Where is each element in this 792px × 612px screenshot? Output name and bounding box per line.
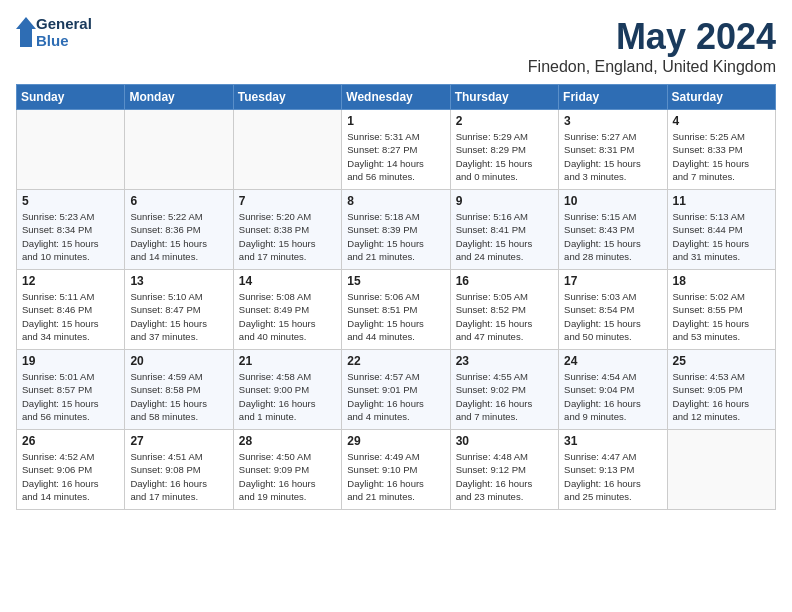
cell-info: Sunrise: 5:20 AM Sunset: 8:38 PM Dayligh… <box>239 210 336 263</box>
day-number: 19 <box>22 354 119 368</box>
day-number: 6 <box>130 194 227 208</box>
cell-info: Sunrise: 5:29 AM Sunset: 8:29 PM Dayligh… <box>456 130 553 183</box>
cell-info: Sunrise: 5:15 AM Sunset: 8:43 PM Dayligh… <box>564 210 661 263</box>
day-number: 14 <box>239 274 336 288</box>
day-number: 8 <box>347 194 444 208</box>
weekday-header: Thursday <box>450 85 558 110</box>
weekday-header: Monday <box>125 85 233 110</box>
cell-info: Sunrise: 5:13 AM Sunset: 8:44 PM Dayligh… <box>673 210 770 263</box>
calendar-cell: 11Sunrise: 5:13 AM Sunset: 8:44 PM Dayli… <box>667 190 775 270</box>
calendar-cell: 29Sunrise: 4:49 AM Sunset: 9:10 PM Dayli… <box>342 430 450 510</box>
calendar-week-row: 26Sunrise: 4:52 AM Sunset: 9:06 PM Dayli… <box>17 430 776 510</box>
cell-info: Sunrise: 4:50 AM Sunset: 9:09 PM Dayligh… <box>239 450 336 503</box>
cell-info: Sunrise: 4:48 AM Sunset: 9:12 PM Dayligh… <box>456 450 553 503</box>
title-block: May 2024 Finedon, England, United Kingdo… <box>528 16 776 76</box>
day-number: 2 <box>456 114 553 128</box>
cell-info: Sunrise: 5:25 AM Sunset: 8:33 PM Dayligh… <box>673 130 770 183</box>
calendar-cell: 10Sunrise: 5:15 AM Sunset: 8:43 PM Dayli… <box>559 190 667 270</box>
calendar-cell: 8Sunrise: 5:18 AM Sunset: 8:39 PM Daylig… <box>342 190 450 270</box>
day-number: 29 <box>347 434 444 448</box>
cell-info: Sunrise: 5:27 AM Sunset: 8:31 PM Dayligh… <box>564 130 661 183</box>
day-number: 26 <box>22 434 119 448</box>
cell-info: Sunrise: 4:49 AM Sunset: 9:10 PM Dayligh… <box>347 450 444 503</box>
cell-info: Sunrise: 4:57 AM Sunset: 9:01 PM Dayligh… <box>347 370 444 423</box>
day-number: 30 <box>456 434 553 448</box>
cell-info: Sunrise: 5:18 AM Sunset: 8:39 PM Dayligh… <box>347 210 444 263</box>
day-number: 20 <box>130 354 227 368</box>
day-number: 1 <box>347 114 444 128</box>
calendar-week-row: 12Sunrise: 5:11 AM Sunset: 8:46 PM Dayli… <box>17 270 776 350</box>
logo-text: General Blue <box>36 16 92 49</box>
calendar-cell <box>17 110 125 190</box>
day-number: 10 <box>564 194 661 208</box>
calendar-week-row: 19Sunrise: 5:01 AM Sunset: 8:57 PM Dayli… <box>17 350 776 430</box>
day-number: 17 <box>564 274 661 288</box>
day-number: 16 <box>456 274 553 288</box>
calendar-cell: 18Sunrise: 5:02 AM Sunset: 8:55 PM Dayli… <box>667 270 775 350</box>
calendar-cell: 13Sunrise: 5:10 AM Sunset: 8:47 PM Dayli… <box>125 270 233 350</box>
calendar-cell: 22Sunrise: 4:57 AM Sunset: 9:01 PM Dayli… <box>342 350 450 430</box>
cell-info: Sunrise: 4:53 AM Sunset: 9:05 PM Dayligh… <box>673 370 770 423</box>
logo-general: General <box>36 16 92 33</box>
calendar-cell: 31Sunrise: 4:47 AM Sunset: 9:13 PM Dayli… <box>559 430 667 510</box>
calendar-cell: 23Sunrise: 4:55 AM Sunset: 9:02 PM Dayli… <box>450 350 558 430</box>
calendar-table: SundayMondayTuesdayWednesdayThursdayFrid… <box>16 84 776 510</box>
cell-info: Sunrise: 5:02 AM Sunset: 8:55 PM Dayligh… <box>673 290 770 343</box>
day-number: 5 <box>22 194 119 208</box>
day-number: 31 <box>564 434 661 448</box>
logo: General Blue <box>16 16 92 49</box>
day-number: 4 <box>673 114 770 128</box>
calendar-cell: 30Sunrise: 4:48 AM Sunset: 9:12 PM Dayli… <box>450 430 558 510</box>
calendar-cell: 5Sunrise: 5:23 AM Sunset: 8:34 PM Daylig… <box>17 190 125 270</box>
calendar-week-row: 1Sunrise: 5:31 AM Sunset: 8:27 PM Daylig… <box>17 110 776 190</box>
day-number: 28 <box>239 434 336 448</box>
calendar-cell: 26Sunrise: 4:52 AM Sunset: 9:06 PM Dayli… <box>17 430 125 510</box>
weekday-header: Tuesday <box>233 85 341 110</box>
calendar-cell <box>125 110 233 190</box>
cell-info: Sunrise: 4:47 AM Sunset: 9:13 PM Dayligh… <box>564 450 661 503</box>
day-number: 13 <box>130 274 227 288</box>
day-number: 21 <box>239 354 336 368</box>
day-number: 9 <box>456 194 553 208</box>
calendar-cell: 27Sunrise: 4:51 AM Sunset: 9:08 PM Dayli… <box>125 430 233 510</box>
calendar-cell: 15Sunrise: 5:06 AM Sunset: 8:51 PM Dayli… <box>342 270 450 350</box>
logo-triangle-icon <box>16 17 36 49</box>
calendar-cell: 25Sunrise: 4:53 AM Sunset: 9:05 PM Dayli… <box>667 350 775 430</box>
day-number: 12 <box>22 274 119 288</box>
day-number: 15 <box>347 274 444 288</box>
day-number: 7 <box>239 194 336 208</box>
calendar-cell: 4Sunrise: 5:25 AM Sunset: 8:33 PM Daylig… <box>667 110 775 190</box>
cell-info: Sunrise: 4:58 AM Sunset: 9:00 PM Dayligh… <box>239 370 336 423</box>
calendar-cell: 14Sunrise: 5:08 AM Sunset: 8:49 PM Dayli… <box>233 270 341 350</box>
calendar-cell: 16Sunrise: 5:05 AM Sunset: 8:52 PM Dayli… <box>450 270 558 350</box>
cell-info: Sunrise: 4:55 AM Sunset: 9:02 PM Dayligh… <box>456 370 553 423</box>
page-header: General Blue May 2024 Finedon, England, … <box>16 16 776 76</box>
day-number: 25 <box>673 354 770 368</box>
day-number: 3 <box>564 114 661 128</box>
day-number: 22 <box>347 354 444 368</box>
calendar-cell: 21Sunrise: 4:58 AM Sunset: 9:00 PM Dayli… <box>233 350 341 430</box>
cell-info: Sunrise: 4:59 AM Sunset: 8:58 PM Dayligh… <box>130 370 227 423</box>
logo-blue: Blue <box>36 33 92 50</box>
cell-info: Sunrise: 5:03 AM Sunset: 8:54 PM Dayligh… <box>564 290 661 343</box>
svg-marker-0 <box>16 17 36 47</box>
day-number: 24 <box>564 354 661 368</box>
calendar-week-row: 5Sunrise: 5:23 AM Sunset: 8:34 PM Daylig… <box>17 190 776 270</box>
cell-info: Sunrise: 5:06 AM Sunset: 8:51 PM Dayligh… <box>347 290 444 343</box>
calendar-cell: 28Sunrise: 4:50 AM Sunset: 9:09 PM Dayli… <box>233 430 341 510</box>
month-title: May 2024 <box>528 16 776 58</box>
cell-info: Sunrise: 4:52 AM Sunset: 9:06 PM Dayligh… <box>22 450 119 503</box>
day-number: 11 <box>673 194 770 208</box>
day-number: 27 <box>130 434 227 448</box>
calendar-cell: 20Sunrise: 4:59 AM Sunset: 8:58 PM Dayli… <box>125 350 233 430</box>
calendar-cell: 12Sunrise: 5:11 AM Sunset: 8:46 PM Dayli… <box>17 270 125 350</box>
cell-info: Sunrise: 4:51 AM Sunset: 9:08 PM Dayligh… <box>130 450 227 503</box>
cell-info: Sunrise: 5:10 AM Sunset: 8:47 PM Dayligh… <box>130 290 227 343</box>
weekday-header: Sunday <box>17 85 125 110</box>
cell-info: Sunrise: 5:05 AM Sunset: 8:52 PM Dayligh… <box>456 290 553 343</box>
cell-info: Sunrise: 5:23 AM Sunset: 8:34 PM Dayligh… <box>22 210 119 263</box>
calendar-cell: 19Sunrise: 5:01 AM Sunset: 8:57 PM Dayli… <box>17 350 125 430</box>
weekday-header: Wednesday <box>342 85 450 110</box>
calendar-cell: 7Sunrise: 5:20 AM Sunset: 8:38 PM Daylig… <box>233 190 341 270</box>
calendar-cell <box>667 430 775 510</box>
